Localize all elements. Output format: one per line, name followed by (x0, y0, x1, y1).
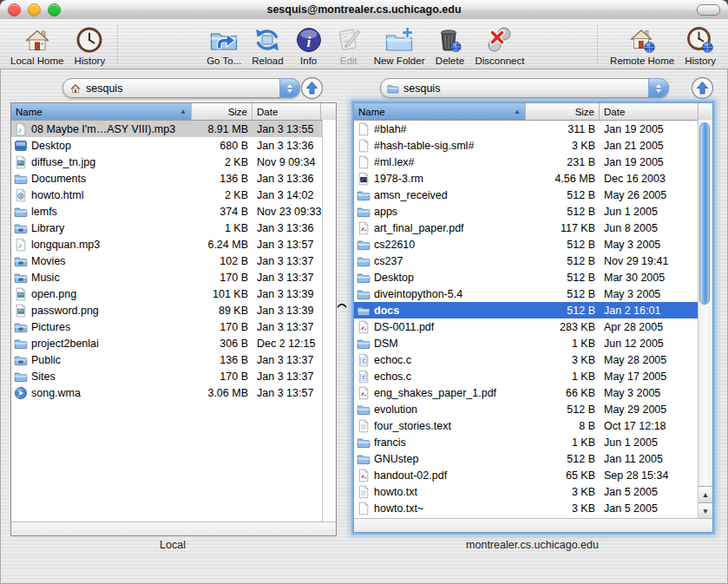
table-row[interactable]: Movies102 BJan 3 13:37 (11, 253, 336, 269)
table-row[interactable]: art_final_paper.pdf117 KBJun 8 2005 (354, 220, 712, 236)
local-column-header-name[interactable]: Name ▲ (11, 103, 192, 120)
app-window: sesquis@montrealer.cs.uchicago.edu Local… (0, 0, 728, 584)
table-row[interactable]: diffuse_tn.jpg2 KBNov 9 09:34 (11, 154, 336, 170)
file-size: 1 KB (526, 338, 600, 350)
file-name-cell: diveintopython-5.4 (354, 287, 526, 301)
toolbar-button-info[interactable]: iInfo (289, 19, 329, 69)
toolbar-button-reload[interactable]: Reload (246, 19, 288, 69)
file-size: 512 B (526, 288, 600, 300)
toolbar-button-goto[interactable]: Go To... (201, 19, 246, 69)
table-row[interactable]: howto.html2 KBJan 3 14:02 (11, 187, 336, 203)
remote-vertical-scrollbar[interactable]: ▲ ▼ (698, 120, 712, 519)
folder-special-icon (14, 353, 28, 367)
remote-path-dropdown[interactable]: sesquis (380, 78, 669, 98)
local-column-header-date[interactable]: Date (253, 103, 321, 120)
table-row[interactable]: song.wma3.06 MBJan 3 13:57 (11, 384, 336, 401)
table-row[interactable]: Documents136 BJan 3 13:36 (11, 170, 336, 187)
remote-column-header-date[interactable]: Date (600, 103, 698, 120)
table-row[interactable]: Music170 BJan 3 13:37 (11, 269, 336, 285)
file-date: May 17 2005 (600, 371, 698, 383)
table-row[interactable]: cs22610512 BMay 3 2005 (354, 236, 712, 253)
local-vertical-scrollbar[interactable] (322, 120, 336, 522)
pane-divider-handle[interactable] (337, 301, 347, 308)
table-row[interactable]: howto.txt3 KBJan 5 2005 (354, 483, 712, 500)
table-row[interactable]: 1978-3.rm4.56 MBDec 16 2003 (354, 170, 712, 187)
folder-small-icon (387, 82, 399, 95)
table-row[interactable]: GNUstep512 BJan 11 2005 (354, 450, 712, 467)
file-name-cell: Desktop (354, 271, 526, 285)
scroll-up-button[interactable]: ▲ (698, 486, 712, 502)
table-row[interactable]: amsn_received512 BMay 26 2005 (354, 187, 712, 203)
toolbar-button-local-history[interactable]: History (69, 19, 110, 69)
toolbar-button-remote-history[interactable]: History (679, 19, 721, 69)
table-row[interactable]: #hash-table-sig.sml#3 KBJan 21 2005 (354, 137, 712, 154)
folder-icon (357, 188, 371, 202)
table-row[interactable]: Desktop680 BJan 3 13:36 (11, 137, 336, 154)
file-size: 1 KB (192, 222, 253, 234)
remote-horizontal-scrollbar[interactable] (354, 518, 712, 532)
toolbar-button-delete[interactable]: Delete (430, 19, 469, 69)
file-name: DSM (374, 338, 398, 350)
table-row[interactable]: #blah#311 BJan 19 2005 (354, 121, 712, 137)
table-row[interactable]: password.png89 KBJan 3 13:39 (11, 302, 336, 318)
table-row[interactable]: DSM1 KBJun 12 2005 (354, 335, 712, 351)
table-row[interactable]: eng_shakes_paper_1.pdf66 KBMay 3 2005 (354, 384, 712, 401)
table-row[interactable]: evolution512 BMay 29 2005 (354, 401, 712, 417)
table-row[interactable]: Library1 KBJan 3 13:36 (11, 220, 336, 236)
local-path-dropdown[interactable]: sesquis (62, 78, 300, 98)
toolbar-button-label: Reload (252, 56, 283, 66)
table-row[interactable]: diveintopython-5.4512 BMay 3 2005 (354, 285, 712, 302)
table-row[interactable]: Public136 BJan 3 13:37 (11, 351, 336, 368)
table-row[interactable]: Sites170 BJan 3 13:37 (11, 368, 336, 384)
table-row[interactable]: ♪08 Maybe I'm…ASY VIII).mp38.91 MBJan 3 … (11, 121, 336, 137)
file-name-cell: password.png (11, 304, 192, 318)
scroll-down-button[interactable]: ▼ (698, 502, 712, 519)
scrollbar-thumb[interactable] (699, 122, 710, 305)
local-parent-dir-button[interactable] (300, 76, 324, 100)
table-row[interactable]: open.png101 KBJan 3 13:39 (11, 285, 336, 302)
file-date: Jun 1 2005 (600, 206, 698, 218)
file-name: echos.c (374, 371, 411, 383)
remote-column-header-name[interactable]: Name ▲ (354, 103, 526, 120)
toolbar-button-local-home[interactable]: Local Home (5, 19, 69, 69)
minimize-button[interactable] (28, 3, 41, 16)
close-button[interactable] (8, 3, 21, 16)
file-size: 101 KB (192, 288, 253, 300)
toolbar-toggle-button[interactable] (697, 4, 720, 16)
file-name-cell: Desktop (11, 139, 192, 153)
table-row[interactable]: Desktop512 BMar 30 2005 (354, 269, 712, 285)
table-row[interactable]: #ml.lex#231 BJan 19 2005 (354, 154, 712, 170)
table-row[interactable]: Pictures170 BJan 3 13:37 (11, 318, 336, 335)
zoom-button[interactable] (48, 3, 61, 16)
table-row[interactable]: apps512 BJun 1 2005 (354, 203, 712, 220)
table-row[interactable]: howto.txt~3 KBJan 5 2005 (354, 500, 712, 516)
file-name: diveintopython-5.4 (374, 288, 462, 300)
table-row[interactable]: docs512 BJan 2 16:01 (354, 302, 712, 318)
file-date: Dec 2 12:15 (253, 338, 321, 350)
toolbar-button-new-folder[interactable]: New Folder (369, 19, 430, 69)
remote-parent-dir-button[interactable] (691, 76, 714, 100)
table-row[interactable]: cechos.c1 KBMay 17 2005 (354, 368, 712, 384)
toolbar-button-remote-home[interactable]: Remote Home (605, 19, 679, 69)
table-row[interactable]: DS-0011.pdf283 KBApr 28 2005 (354, 318, 712, 335)
file-size: 3 KB (526, 502, 600, 515)
remote-column-header-size[interactable]: Size (526, 103, 600, 120)
table-row[interactable]: cechoc.c3 KBMay 28 2005 (354, 351, 712, 368)
local-column-header-size[interactable]: Size (192, 103, 253, 120)
table-row[interactable]: ♪longquan.mp36.24 MBJan 3 13:57 (11, 236, 336, 253)
table-row[interactable]: cs237512 BNov 29 19:41 (354, 253, 712, 269)
toolbar-button-disconnect[interactable]: Disconnect (469, 19, 529, 69)
remote-file-table: Name ▲ Size Date #blah#311 BJan 19 2005#… (353, 102, 713, 533)
file-name-cell: Documents (11, 172, 192, 186)
table-row[interactable]: francis1 KBJun 1 2005 (354, 434, 712, 450)
table-row[interactable]: project2benlai306 BDec 2 12:15 (11, 335, 336, 351)
table-row[interactable]: handout-02.pdf65 KBSep 28 15:34 (354, 467, 712, 483)
toolbar-button-edit[interactable]: Edit (329, 19, 369, 69)
table-row[interactable]: four_stories.text8 BOct 17 12:18 (354, 417, 712, 434)
local-horizontal-scrollbar[interactable] (11, 522, 336, 535)
file-name: apps (374, 206, 397, 218)
table-row[interactable]: lemfs374 BNov 23 09:33 (11, 203, 336, 220)
file-date: Jan 3 13:55 (253, 123, 321, 135)
file-name-cell: open.png (11, 287, 192, 301)
file-date: Jan 3 13:36 (253, 173, 321, 185)
